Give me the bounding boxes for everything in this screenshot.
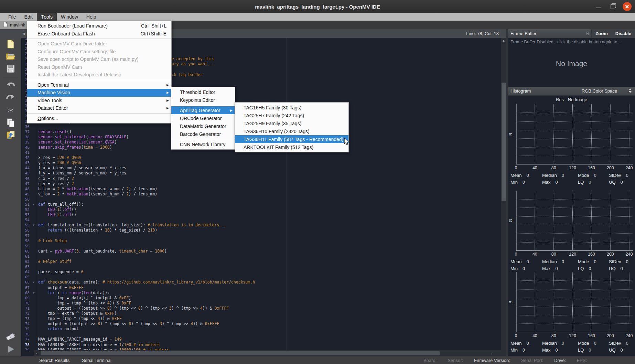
window-controls: ✕ [594, 0, 632, 13]
code-line-60: 60uart = pyb.UART(3, uart_baudrate, time… [21, 249, 255, 254]
redo-icon[interactable] [0, 92, 21, 104]
colorspace-select[interactable]: RGB Color Space [582, 88, 617, 94]
code-line-52: 52 LED(1).off() [21, 207, 255, 212]
histogram-title: Histogram [510, 88, 531, 94]
code-text [36, 275, 41, 280]
scrollbar-corner [495, 350, 506, 356]
open-file-icon[interactable] [0, 50, 21, 63]
line-number: 48 [21, 186, 32, 192]
maximize-button[interactable] [608, 2, 617, 11]
menu-item-label: Save open script to OpenMV Cam (as main.… [37, 56, 138, 62]
code-text [36, 264, 41, 269]
menu-item-tag25h7-family-242-tags[interactable]: TAG25H7 Family (242 Tags) [235, 111, 348, 119]
start-icon[interactable] [0, 343, 21, 355]
code-line-56: 56 return (((translation * 10) * tag_siz… [21, 228, 255, 233]
line-number: 69 [21, 296, 32, 301]
cut-icon[interactable]: ✂ [0, 104, 21, 117]
code-text [36, 150, 41, 155]
column-ruler [286, 38, 287, 350]
paste-icon[interactable] [0, 129, 21, 141]
scroll-left-icon[interactable]: ‹ [34, 351, 40, 355]
fold-column [32, 228, 36, 233]
menubar-item-help[interactable]: Help [82, 13, 100, 21]
menu-item-arktoolkit-family-512-tags[interactable]: ARKTOOLKIT Family (512 Tags) [235, 143, 348, 151]
new-file-icon[interactable] [0, 38, 21, 50]
document-selector[interactable]: m [23, 31, 26, 36]
line-number: 72 [21, 311, 32, 316]
minimize-button[interactable] [594, 2, 603, 11]
line-number: 63 [21, 264, 32, 269]
scroll-up-icon[interactable]: ▲ [501, 38, 506, 43]
toolbar-separator [3, 77, 19, 77]
menu-item-qrcode-generator[interactable]: QRCode Generator [171, 114, 235, 122]
menu-item-apriltag-generator[interactable]: AprilTag Generator▶ [171, 106, 235, 114]
save-file-icon[interactable] [0, 63, 21, 75]
menu-item-open-terminal[interactable]: Open Terminal▶ [27, 81, 171, 89]
menu-item-dataset-editor[interactable]: Dataset Editor▶ [27, 104, 171, 112]
menu-item-label: ARKTOOLKIT Family (512 Tags) [244, 144, 313, 150]
line-number: 44 [21, 165, 32, 171]
menu-item-tag16h5-family-30-tags[interactable]: TAG16H5 Family (30 Tags) [235, 104, 348, 111]
menu-item-options[interactable]: Options... [27, 115, 171, 122]
vertical-scroll-thumb[interactable] [502, 83, 506, 201]
menu-item-machine-vision[interactable]: Machine Vision▶ [27, 89, 171, 97]
stat-median: Median0 [542, 259, 578, 266]
menu-item-label: TAG36H11 Family (587 Tags - Recommended) [244, 137, 343, 142]
horizontal-scrollbar[interactable]: ‹ › [34, 350, 495, 356]
code-text [36, 332, 41, 337]
x-axis-ticks: 04080120160200240 [516, 165, 633, 171]
code-text: c_y = y_res / 2 [36, 181, 74, 186]
horizontal-scroll-thumb[interactable] [41, 351, 440, 355]
close-button[interactable]: ✕ [623, 2, 632, 11]
line-number: 37 [21, 129, 32, 135]
fold-marker-icon[interactable]: ▼ [32, 223, 36, 228]
menu-item-barcode-generator[interactable]: Barcode Generator [171, 130, 235, 138]
menu-item-video-tools[interactable]: Video Tools▶ [27, 97, 171, 105]
code-line-71: 71 output = ((output >> 8) ^ (tmp << 8) … [21, 306, 255, 311]
stat-min: Min0 [510, 347, 542, 354]
code-text [36, 233, 41, 238]
menu-item-erase-onboard-data-flash[interactable]: Erase Onboard Data FlashCtrl+Shift+E [27, 30, 171, 38]
title-bar: mavlink_apriltags_landing_target.py - Op… [0, 0, 635, 13]
line-number: 57 [21, 233, 32, 238]
menubar-item-edit[interactable]: Edit [20, 13, 37, 21]
copy-icon[interactable] [0, 117, 21, 129]
stat-uq: UQ0 [609, 180, 633, 186]
connect-icon[interactable] [0, 331, 21, 343]
menu-item-label: CNN Network Library [180, 142, 225, 147]
scroll-right-icon[interactable]: › [488, 351, 495, 355]
fold-column [32, 254, 36, 259]
menu-item-tag25h9-family-35-tags[interactable]: TAG25H9 Family (35 Tags) [235, 119, 348, 127]
line-number: 67 [21, 285, 32, 290]
zoom-button[interactable]: Zoom [592, 31, 611, 36]
fold-marker-icon[interactable]: ▼ [32, 290, 36, 296]
code-line-61: 61 [21, 254, 255, 259]
combo-arrows-icon[interactable] [629, 88, 632, 93]
menu-item-threshold-editor[interactable]: Threshold Editor [171, 88, 235, 96]
line-number: 77 [21, 337, 32, 342]
undo-icon[interactable] [0, 79, 21, 92]
fold-marker-icon[interactable]: ▼ [32, 280, 36, 285]
code-text: def checksum(data, extra): # https://git… [36, 280, 255, 285]
apriltag-generator-submenu: TAG16H5 Family (30 Tags)TAG25H7 Family (… [235, 102, 349, 152]
code-text: return output [36, 326, 79, 332]
menu-item-label: QRCode Generator [180, 116, 222, 121]
stat-uq: UQ0 [609, 347, 633, 354]
menubar-item-window[interactable]: Window [57, 13, 82, 21]
menu-item-keypoints-editor[interactable]: Keypoints Editor [171, 96, 235, 104]
line-number: 51 [21, 202, 32, 207]
disable-button[interactable]: Disable [612, 31, 635, 36]
vertical-scrollbar[interactable]: ▲ ▼ [501, 38, 506, 356]
statusbar-search-results[interactable]: Search Results [39, 358, 69, 363]
menu-item-run-bootloader-load-firmware[interactable]: Run Bootloader (Load Firmware)Ctrl+Shift… [27, 22, 171, 30]
fold-marker-icon[interactable]: ▼ [32, 202, 36, 207]
menu-item-tag36h11-family-587-tags-recommended[interactable]: TAG36H11 Family (587 Tags - Recommended) [235, 135, 348, 143]
statusbar-serial-terminal[interactable]: Serial Terminal [82, 358, 111, 363]
code-line-45: 45f_y = (lens_mm / sensor_h_mm) * y_res [21, 171, 255, 176]
code-line-76: 76 [21, 332, 255, 337]
menubar-item-file[interactable]: File [4, 13, 20, 21]
menu-item-cnn-network-library[interactable]: CNN Network Library [171, 140, 235, 148]
menubar-item-tools[interactable]: Tools [37, 13, 57, 21]
menu-item-tag36h10-family-2320-tags[interactable]: TAG36H10 Family (2320 Tags) [235, 127, 348, 135]
menu-item-datamatrix-generator[interactable]: DataMatrix Generator [171, 122, 235, 130]
